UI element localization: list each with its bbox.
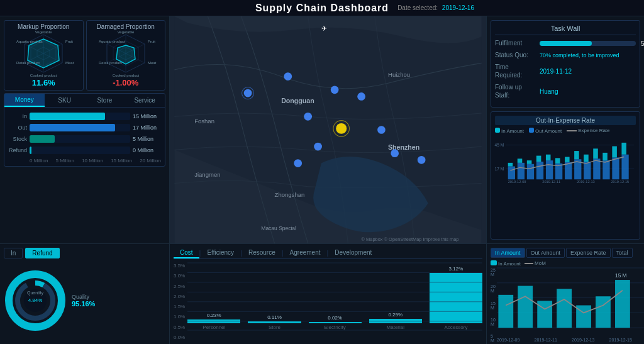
svg-point-41 [391, 149, 399, 157]
svg-rect-67 [518, 158, 523, 163]
svg-rect-61 [584, 162, 591, 179]
tab-money[interactable]: Money [4, 94, 45, 107]
quality-label-group: Quality 95.16% [72, 294, 95, 308]
svg-text:17 M: 17 M [494, 167, 504, 171]
svg-rect-56 [536, 162, 543, 179]
right-bottom-legend: In Amount MoM [491, 260, 640, 267]
svg-text:Huizhou: Huizhou [388, 71, 410, 78]
svg-rect-73 [574, 151, 579, 159]
svg-point-42 [418, 156, 426, 164]
svg-rect-74 [584, 155, 589, 162]
tab-refund[interactable]: Refund [25, 248, 59, 258]
svg-rect-71 [555, 158, 560, 163]
map-svg: Foshan Dongguan Huizhou Shenzhen Jiangme… [170, 16, 486, 243]
bar-fill-stock [30, 135, 55, 143]
map-panel: Foshan Dongguan Huizhou Shenzhen Jiangme… [170, 16, 487, 243]
header-date: Date selected: 2019-12-16 [397, 4, 474, 11]
svg-text:Zhongshan: Zhongshan [275, 191, 305, 198]
tab-total[interactable]: Total [612, 248, 633, 258]
right-bottom-svg: 15 M 2019-12-09 2019-12-11 2019-12-13 20… [497, 268, 644, 343]
tab-expense-rate[interactable]: Expense Rate [566, 248, 611, 258]
fulfilment-row: Fulfilment 54% [495, 39, 636, 47]
markup-value: 11.6% [32, 78, 55, 87]
svg-rect-64 [612, 157, 619, 179]
tab-in-amount[interactable]: In Amount [491, 248, 525, 258]
svg-point-44 [294, 159, 302, 167]
proportion-section: Markup Proportion Vegetable Fruit Meat [4, 20, 165, 91]
right-y-axis: 25 M 20 M 15 M 10 M 5 M [491, 268, 496, 343]
svg-text:2019-12-11: 2019-12-11 [534, 338, 557, 343]
svg-rect-104 [537, 301, 552, 328]
damaged-value: -1.00% [113, 78, 138, 87]
svg-point-40 [377, 126, 386, 134]
tabs-row[interactable]: Money SKU Store Service [4, 94, 165, 108]
svg-text:2019-12-13: 2019-12-13 [577, 180, 595, 184]
bar-fill-in [30, 113, 105, 120]
svg-text:Cooked product: Cooked product [30, 74, 57, 77]
bottom-center-panel: Cost | Efficiency | Resource | Agreement… [170, 243, 487, 344]
right-bottom-tabs[interactable]: In Amount Out Amount Expense Rate Total [491, 248, 640, 258]
svg-rect-69 [536, 156, 541, 162]
tab-out-amount[interactable]: Out Amount [526, 248, 565, 258]
bar-refund: Refund 0 Million [8, 147, 161, 154]
fulfilment-progress: 54% [540, 41, 636, 46]
svg-text:Fruit: Fruit [65, 40, 73, 43]
bottom-left-tabs[interactable]: In Refund [4, 248, 165, 258]
tab-development[interactable]: Development [328, 248, 378, 258]
followup-row: Follow up Staff: Huang [495, 83, 636, 99]
markup-box: Markup Proportion Vegetable Fruit Meat [4, 20, 84, 91]
svg-text:Aquatic product: Aquatic product [16, 40, 43, 43]
expense-title: Out-In-Expense Rate [495, 116, 636, 125]
tab-sku[interactable]: SKU [45, 94, 85, 107]
map-area[interactable]: Foshan Dongguan Huizhou Shenzhen Jiangme… [170, 16, 486, 243]
svg-point-45 [336, 123, 347, 134]
center-bottom-tabs[interactable]: Cost | Efficiency | Resource | Agreement… [174, 248, 482, 259]
svg-text:Aquatic product: Aquatic product [99, 40, 125, 43]
grid-svg [187, 263, 482, 330]
tab-agreement[interactable]: Agreement [284, 248, 327, 258]
svg-text:15 M: 15 M [615, 272, 627, 279]
bar-in: In 15 Million [8, 113, 161, 120]
svg-text:Macau Special: Macau Special [261, 225, 296, 231]
expense-chart-svg: 45 M 17 M [495, 136, 636, 187]
svg-rect-59 [565, 162, 572, 179]
tab-resource[interactable]: Resource [242, 248, 282, 258]
tab-efficiency[interactable]: Efficiency [201, 248, 240, 258]
tab-store[interactable]: Store [85, 94, 125, 107]
svg-text:Fruit: Fruit [148, 40, 155, 43]
tab-service[interactable]: Service [125, 94, 165, 107]
left-panel: Markup Proportion Vegetable Fruit Meat [0, 16, 170, 243]
svg-point-36 [284, 72, 292, 80]
time-row: Time Required: 2019-11-12 [495, 63, 636, 79]
donut-labels: Quality 95.16% [72, 294, 95, 308]
tab-cost[interactable]: Cost [174, 248, 199, 258]
x-axis: 0 Million 5 Million 10 Million 15 Millio… [8, 158, 161, 164]
svg-text:4.84%: 4.84% [28, 297, 43, 303]
svg-rect-102 [498, 295, 513, 328]
svg-rect-62 [593, 158, 600, 179]
svg-rect-57 [546, 160, 553, 179]
svg-rect-68 [527, 160, 532, 164]
svg-text:Dongguan: Dongguan [281, 97, 314, 104]
header: Supply Chain Dashboard Date selected: 20… [0, 0, 644, 16]
svg-text:Meat: Meat [65, 61, 74, 65]
bar-fill-out [30, 124, 115, 131]
svg-rect-77 [612, 147, 617, 158]
right-panel: Task Wall Fulfilment 54% Status Quo: 70%… [487, 16, 644, 243]
tab-in[interactable]: In [4, 248, 23, 258]
svg-text:Vegetable: Vegetable [35, 30, 52, 34]
bar-stock: Stock 5 Million [8, 135, 161, 143]
page-title: Supply Chain Dashboard [255, 3, 389, 14]
svg-point-43 [314, 143, 322, 151]
svg-text:Quantity: Quantity [27, 291, 44, 296]
svg-text:Cooked product: Cooked product [113, 74, 140, 77]
svg-text:Retail product: Retail product [99, 61, 122, 65]
svg-text:2019-12-13: 2019-12-13 [572, 338, 594, 343]
svg-rect-65 [621, 155, 628, 180]
svg-text:Foshan: Foshan [194, 118, 214, 125]
svg-text:© Mapbox © OpenStreetMap Impro: © Mapbox © OpenStreetMap Improve this ma… [362, 236, 459, 242]
svg-rect-76 [602, 153, 608, 160]
bar-chart-area: In 15 Million Out 17 Million Stock [4, 108, 165, 166]
svg-rect-108 [615, 280, 630, 328]
task-wall-title: Task Wall [495, 25, 636, 35]
